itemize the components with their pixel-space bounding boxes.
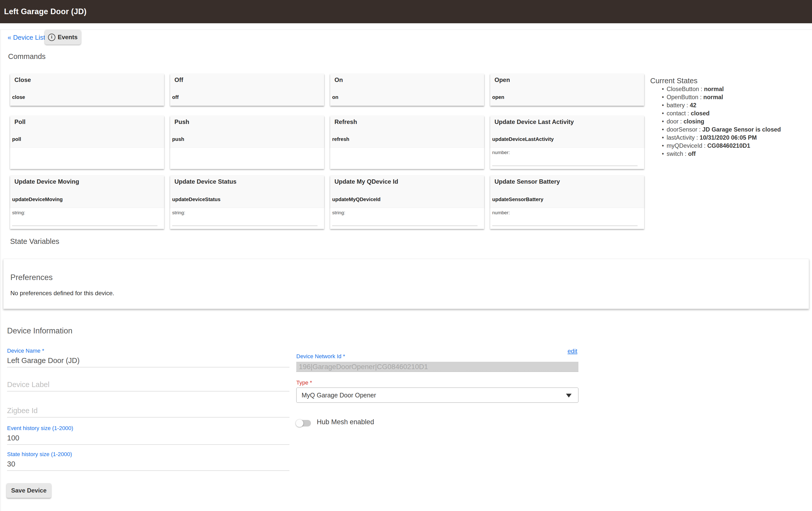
toggle-knob <box>296 420 303 427</box>
command-button-refresh[interactable]: Refresh refresh <box>330 116 484 148</box>
command-param-input[interactable] <box>172 218 318 226</box>
param-type-label: string: <box>12 210 25 216</box>
event-history-label: Event history size (1-2000) <box>7 425 289 432</box>
command-param-area: string: <box>10 208 164 229</box>
command-button-on[interactable]: On on <box>330 74 484 106</box>
device-label-input[interactable] <box>7 379 289 391</box>
device-information-heading: Device Information <box>7 326 72 335</box>
command-card-push: Push push <box>170 116 324 169</box>
param-type-label: string: <box>172 210 185 216</box>
device-label-field <box>7 379 289 391</box>
command-button-off[interactable]: Off off <box>170 74 324 106</box>
device-name-input[interactable] <box>7 355 289 367</box>
param-type-label: number: <box>492 210 510 216</box>
state-item: battery : 42 <box>662 101 781 109</box>
command-card-update-device-status: Update Device Status updateDeviceStatus … <box>170 176 324 229</box>
command-card-method: open <box>492 95 504 100</box>
device-list-link[interactable]: « Device List <box>7 34 45 42</box>
command-card-title: Update My QDevice Id <box>335 178 398 185</box>
type-field: Type * MyQ Garage Door Opener <box>296 379 578 403</box>
command-card-method: off <box>172 95 179 100</box>
commands-row-3: Update Device Moving updateDeviceMoving … <box>10 176 644 229</box>
commands-heading: Commands <box>8 52 46 61</box>
command-button-update-sensor-battery[interactable]: Update Sensor Battery updateSensorBatter… <box>490 176 644 208</box>
command-card-method: poll <box>12 136 21 142</box>
hub-mesh-label: Hub Mesh enabled <box>317 418 374 426</box>
command-param-input[interactable] <box>12 218 157 226</box>
command-button-poll[interactable]: Poll poll <box>10 116 164 148</box>
hub-mesh-toggle[interactable] <box>296 420 312 427</box>
command-param-input[interactable] <box>492 158 638 166</box>
command-card-method: updateDeviceMoving <box>12 196 63 203</box>
command-param-area: number: <box>490 148 644 169</box>
param-type-label: string: <box>332 210 345 216</box>
command-button-update-device-last-activity[interactable]: Update Device Last Activity updateDevice… <box>490 116 644 148</box>
app-header: Left Garage Door (JD) <box>0 0 812 23</box>
command-param-input[interactable] <box>332 218 477 226</box>
page-title: Left Garage Door (JD) <box>4 7 86 16</box>
command-card-poll: Poll poll <box>10 116 164 169</box>
command-card-title: Update Device Moving <box>14 178 79 185</box>
device-name-field: Device Name * <box>7 348 289 367</box>
device-network-id-label: Device Network Id * <box>296 353 578 360</box>
command-card-title: Open <box>494 76 510 83</box>
command-card-update-device-last-activity: Update Device Last Activity updateDevice… <box>490 116 644 169</box>
command-param-area <box>170 148 324 169</box>
events-button[interactable]: Events <box>45 30 81 45</box>
command-card-method: on <box>332 95 338 100</box>
state-variables-heading: State Variables <box>10 237 59 246</box>
device-network-id-field: Device Network Id * <box>296 353 578 372</box>
command-button-update-device-moving[interactable]: Update Device Moving updateDeviceMoving <box>10 176 164 208</box>
type-select-value: MyQ Garage Door Opener <box>301 392 376 399</box>
state-item: myQDeviceId : CG08460210D1 <box>662 142 781 150</box>
command-button-push[interactable]: Push push <box>170 116 324 148</box>
device-network-id-input <box>296 362 578 372</box>
state-item: doorSensor : JD Garage Sensor is closed <box>662 126 781 134</box>
command-param-area: string: <box>330 208 484 229</box>
param-type-label: number: <box>492 150 510 155</box>
command-param-input[interactable] <box>492 218 638 226</box>
command-card-title: Update Device Last Activity <box>494 118 574 126</box>
command-card-close: Close close <box>10 74 164 106</box>
state-item: OpenButton : normal <box>662 93 781 101</box>
command-card-method: updateDeviceStatus <box>172 196 221 203</box>
command-card-on: On on <box>330 74 484 106</box>
command-card-method: push <box>172 136 184 142</box>
type-label: Type * <box>296 379 578 386</box>
state-history-input[interactable] <box>7 458 289 471</box>
command-card-update-device-moving: Update Device Moving updateDeviceMoving … <box>10 176 164 229</box>
command-card-method: updateDeviceLastActivity <box>492 136 554 142</box>
zigbee-id-input[interactable] <box>7 405 289 418</box>
command-card-method: refresh <box>332 136 349 142</box>
state-item: lastActivity : 10/31/2020 06:05 PM <box>662 134 781 142</box>
device-detail-page: Left Garage Door (JD) « Device List Even… <box>0 0 812 511</box>
command-card-title: Push <box>174 118 190 126</box>
state-item: CloseButton : normal <box>662 85 781 93</box>
event-history-field: Event history size (1-2000) <box>7 425 289 445</box>
command-button-update-device-status[interactable]: Update Device Status updateDeviceStatus <box>170 176 324 208</box>
command-button-update-myq-device-id[interactable]: Update My QDevice Id updateMyQDeviceId <box>330 176 484 208</box>
command-card-title: Poll <box>14 118 26 126</box>
command-card-title: Off <box>174 76 183 83</box>
command-param-area <box>10 148 164 169</box>
info-icon <box>48 34 55 41</box>
type-select[interactable]: MyQ Garage Door Opener <box>296 387 578 403</box>
preferences-card: Preferences No preferences defined for t… <box>3 259 809 309</box>
content-left-divider <box>0 30 1 511</box>
event-history-input[interactable] <box>7 432 289 445</box>
command-card-refresh: Refresh refresh <box>330 116 484 169</box>
save-device-button[interactable]: Save Device <box>6 483 51 498</box>
command-param-area: number: <box>490 208 644 229</box>
state-item: door : closing <box>662 117 781 126</box>
command-card-title: Update Device Status <box>174 178 236 185</box>
current-states-list: CloseButton : normal OpenButton : normal… <box>662 85 781 158</box>
command-button-open[interactable]: Open open <box>490 74 644 106</box>
commands-row-1: Close close Off off On on Open open <box>10 74 644 106</box>
command-card-update-sensor-battery: Update Sensor Battery updateSensorBatter… <box>490 176 644 229</box>
events-button-label: Events <box>58 34 78 41</box>
command-card-method: updateSensorBattery <box>492 196 543 203</box>
current-states-heading: Current States <box>650 77 697 85</box>
command-card-title: Update Sensor Battery <box>494 178 560 185</box>
command-button-close[interactable]: Close close <box>10 74 164 106</box>
command-param-area <box>330 148 484 169</box>
